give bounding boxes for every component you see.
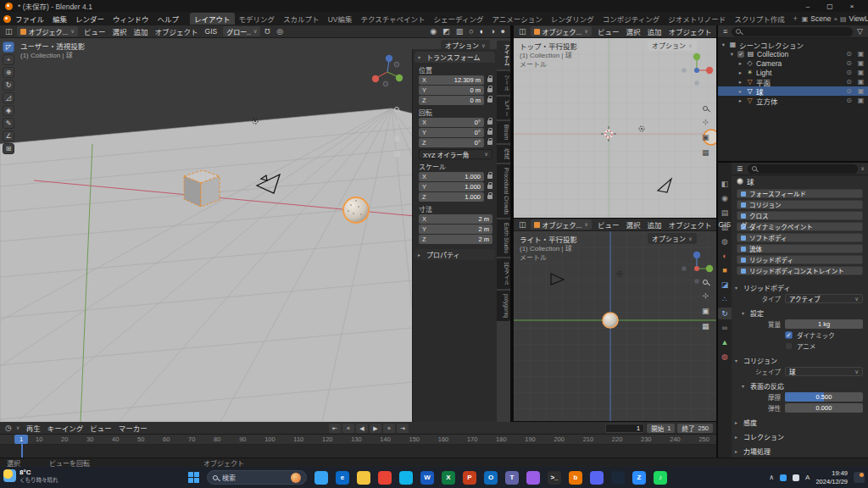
disable-render-icon[interactable]: ▣ [856,50,865,58]
proportional-edit-icon[interactable]: ◎ [275,27,285,36]
tool-button[interactable]: ⊕ [3,67,14,78]
toggle-grid-icon[interactable]: ▦ [702,322,709,330]
disclosure-icon[interactable]: ▸ [737,79,743,86]
lock-icon[interactable] [487,78,492,82]
disclosure-icon[interactable]: ▾ [721,42,726,48]
app-icon[interactable] [399,471,413,485]
rotation-field[interactable]: Y0° [419,128,484,137]
current-frame-field[interactable]: 1 [605,424,644,433]
collisions-panel-header[interactable]: ▾コリジョン [735,356,865,365]
xray-icon[interactable]: ▥ [454,27,465,36]
dimension-field[interactable]: Z2 m [419,235,492,244]
rotation-field[interactable]: X0° [419,118,484,127]
outliner-row[interactable]: ▸ ▽ 球 ⊙ ▣ [718,86,868,96]
location-field[interactable]: Z0 m [419,96,484,105]
taskbar-clock[interactable]: 19:492024/12/29 [815,469,848,485]
tool-button[interactable]: ◸ [3,42,14,53]
camera-view-icon[interactable]: ▣ [702,307,709,315]
n-panel-tab[interactable]: 3Dタイル [497,258,510,289]
hide-eye-icon[interactable]: ⊙ [844,97,854,104]
viewport-menu-item[interactable]: ビュー [81,26,109,36]
add-workspace-button[interactable]: + [789,14,802,24]
taskbar-search[interactable]: 検索 [207,470,307,485]
workspace-tab[interactable]: シェーディング [430,13,488,25]
playback-button[interactable]: ◀ [356,424,368,433]
transform-panel-header[interactable]: ▾トランスフォーム [415,52,495,63]
workspace-tab[interactable]: UV編集 [324,13,357,25]
physics-add-button[interactable]: フォースフィールド [737,189,863,198]
viewport-menu-item[interactable]: GIS [202,27,221,36]
properties-search[interactable] [748,164,859,174]
playback-button[interactable]: « [342,424,354,433]
app-icon[interactable]: X [442,471,455,485]
tray-icon[interactable] [780,474,787,481]
n-panel-tab[interactable]: ビュー [497,97,510,120]
n-panel-tab[interactable]: アイテム [497,41,510,69]
tool-button[interactable]: + [3,54,14,65]
physics-add-button[interactable]: リジッドボディ [737,255,863,264]
physics-add-button[interactable]: ダイナミックペイント [737,222,863,231]
properties-tab-icon[interactable]: ◉ [718,192,732,204]
shading-material-icon[interactable]: ◑ [488,27,496,36]
dimension-field[interactable]: Y2 m [419,225,492,234]
cube-object[interactable] [184,170,220,207]
timeline-menu-item[interactable]: マーカー [115,423,151,433]
properties-tab-icon[interactable]: ∴ [718,293,732,305]
physics-add-button[interactable]: ソフトボディ [737,233,863,242]
toggle-grid-icon[interactable]: ▦ [702,148,709,157]
mode-dropdown[interactable]: オブジェク...∨ [531,219,592,230]
toggle-grid-icon[interactable]: ▦ [393,149,401,158]
app-icon[interactable]: P [463,471,476,485]
workspace-tab[interactable]: レイアウト [190,13,235,25]
shading-wireframe-icon[interactable]: ○ [467,27,475,36]
workspace-tab[interactable]: レンダリング [547,13,598,25]
app-icon[interactable]: b [569,471,582,485]
options-dropdown[interactable]: オプション∨ [648,233,697,244]
menu-item[interactable]: 編集 [48,14,71,24]
collapsed-panel-header[interactable]: ▸力場処理 [735,446,865,456]
minimize-button[interactable]: – [797,3,819,10]
breadcrumb-label[interactable]: 球 [747,176,754,186]
shape-dropdown[interactable]: 球∨ [785,367,863,376]
properties-tab-icon[interactable]: ◍ [718,236,732,247]
properties-tab-icon[interactable]: ■ [718,264,732,276]
viewport-menu-item[interactable]: 追加 [643,219,665,230]
workspace-tab[interactable]: アニメーション [488,13,547,25]
sphere-object[interactable] [603,313,618,328]
shading-solid-icon[interactable]: ◐ [478,27,486,36]
options-dropdown[interactable]: オプション∨ [648,40,697,51]
outliner-row[interactable]: ▸ ▽ 平面 ⊙ ▣ [718,77,868,86]
disable-render-icon[interactable]: ▣ [856,78,865,86]
disclosure-icon[interactable]: ▸ [737,97,743,104]
n-panel-tab[interactable]: Blosm [497,121,510,143]
outliner-row[interactable]: ▾ ▤ Collection ⊙ ▣ [718,49,868,58]
collapsed-panel-header[interactable]: ▸コレクション [735,432,865,441]
scale-field[interactable]: Y1.000 [419,182,484,191]
tool-button[interactable]: ◿ [3,92,14,103]
lock-icon[interactable] [487,120,492,125]
zoom-icon[interactable] [703,106,708,111]
workspace-tab[interactable]: ジオメトリノード [664,13,730,25]
properties-tab-icon[interactable]: ▲ [718,336,732,348]
tool-button[interactable]: ✎ [3,118,14,129]
app-icon[interactable] [526,471,540,485]
scene-unlink-icon[interactable]: × [833,15,837,23]
lock-icon[interactable] [487,195,492,199]
close-button[interactable]: × [841,3,863,10]
workspace-tab[interactable]: スカルプト [279,13,324,25]
app-icon[interactable]: ♪ [654,471,667,485]
shading-rendered-icon[interactable]: ● [499,27,507,36]
hide-eye-icon[interactable]: ⊙ [844,59,854,67]
hide-eye-icon[interactable]: ⊙ [844,69,854,76]
viewport-menu-item[interactable]: 追加 [643,26,665,36]
animated-checkbox[interactable] [785,342,793,350]
sphere-object[interactable] [343,197,369,223]
scene-selector[interactable]: Scene [810,14,831,23]
location-field[interactable]: Y0 m [419,86,484,95]
tray-chevron-icon[interactable]: ∧ [769,474,774,481]
pivot-icon[interactable]: ◉ [428,27,438,36]
pan-icon[interactable]: ⊹ [702,291,709,300]
physics-add-button[interactable]: 流体 [737,244,863,253]
playback-button[interactable]: ⇥ [397,424,409,433]
viewport-menu-item[interactable]: 選択 [622,219,643,230]
